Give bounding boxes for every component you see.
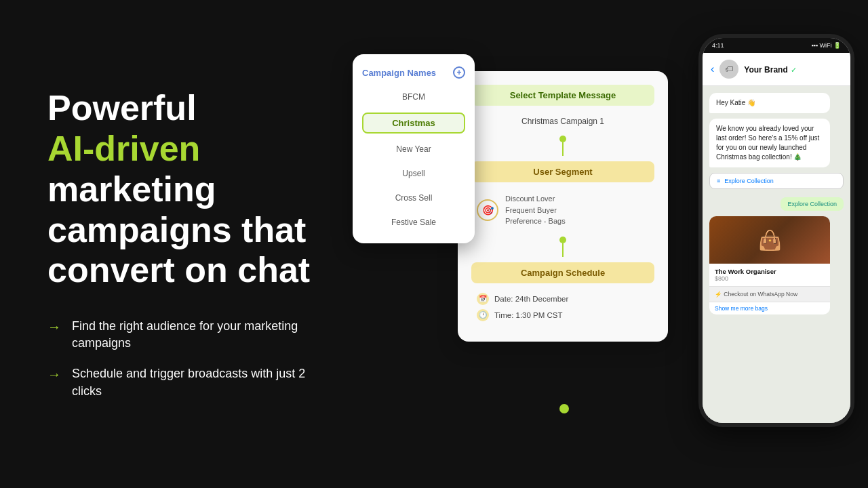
calendar-icon: 📅 <box>477 293 489 305</box>
user-segment-icon: 🎯 <box>477 199 498 221</box>
headline-line5: convert on chat <box>47 250 310 289</box>
headline: Powerful AI-driven marketing campaigns t… <box>47 88 312 291</box>
campaign-item-bfcm[interactable]: BFCM <box>362 88 465 106</box>
bullet-item-2: → Schedule and trigger broadcasts with j… <box>47 365 312 399</box>
campaign-schedule-section: Campaign Schedule 📅 Date: 24th December … <box>471 262 654 328</box>
chat-messages: Hey Katie 👋 We know you already loved yo… <box>703 86 850 423</box>
schedule-date: 📅 Date: 24th December <box>477 293 649 305</box>
product-name: The Work Organiser <box>715 268 825 275</box>
user-segment-content: 🎯 Discount Lover Frequent Buyer Preferen… <box>471 189 654 231</box>
phone-time: 4:11 <box>712 42 724 49</box>
back-icon[interactable]: ‹ <box>711 63 714 75</box>
select-template-value: Christmas Campaign 1 <box>471 113 654 130</box>
user-segment-title: User Segment <box>471 161 654 182</box>
bullet-item-1: → Find the right audience for your marke… <box>47 318 312 352</box>
message-1: Hey Katie 👋 <box>709 93 830 113</box>
phone-screen: 4:11 ▪▪▪ WiFi 🔋 ‹ 🏷 Your Brand ✓ Hey Kat… <box>703 38 850 423</box>
headline-line4: campaigns that <box>47 210 306 249</box>
message-1-text: Hey Katie 👋 <box>716 99 755 106</box>
schedule-items: 📅 Date: 24th December 🕐 Time: 1:30 PM CS… <box>471 290 654 328</box>
bottom-indicator-dot <box>559 404 569 413</box>
chat-header: ‹ 🏷 Your Brand ✓ <box>703 53 850 86</box>
product-card: 👜 The Work Organiser $800 ⚡ Checkout on … <box>709 216 830 314</box>
flow-line-2 <box>562 243 564 257</box>
phone-signal: ▪▪▪ WiFi 🔋 <box>811 42 841 49</box>
campaign-item-festive-sale[interactable]: Festive Sale <box>362 214 465 231</box>
message-2-text: We know you already loved your last orde… <box>716 125 819 161</box>
clock-icon: 🕐 <box>477 309 489 321</box>
left-section: Powerful AI-driven marketing campaigns t… <box>0 47 353 441</box>
headline-line1: Powerful <box>47 88 197 127</box>
user-segment-tags: Discount Lover Frequent Buyer Preference… <box>505 193 566 227</box>
campaign-names-card: Campaign Names + BFCM Christmas New Year… <box>353 54 475 243</box>
connector-2 <box>471 237 654 257</box>
bullet-text-2: Schedule and trigger broadcasts with jus… <box>72 365 312 399</box>
show-more-button[interactable]: Show me more bags <box>709 302 830 314</box>
user-segment-section: User Segment 🎯 Discount Lover Frequent B… <box>471 161 654 231</box>
explore-collection-reply[interactable]: Explore Collection <box>781 197 844 211</box>
campaign-names-title: Campaign Names <box>362 68 436 78</box>
product-image: 👜 <box>709 216 830 264</box>
connector-1 <box>471 136 654 156</box>
campaign-list: BFCM Christmas New Year Upsell Cross Sel… <box>362 88 465 231</box>
campaign-schedule-title: Campaign Schedule <box>471 262 654 283</box>
menu-icon: ≡ <box>717 178 720 184</box>
explore-collection-label: Explore Collection <box>724 178 774 184</box>
arrow-icon-1: → <box>47 319 61 335</box>
headline-line3: marketing <box>47 169 216 209</box>
message-2: We know you already loved your last orde… <box>709 119 830 167</box>
brand-info: Your Brand ✓ <box>744 63 797 75</box>
flow-dot-2 <box>559 237 566 243</box>
explore-collection-reply-text: Explore Collection <box>787 201 837 207</box>
verified-badge: ✓ <box>791 66 797 74</box>
campaign-item-new-year[interactable]: New Year <box>362 140 465 158</box>
show-more-label: Show me more bags <box>715 305 768 312</box>
flow-line-1 <box>562 142 564 156</box>
campaign-item-christmas[interactable]: Christmas <box>362 113 465 134</box>
campaign-add-button[interactable]: + <box>453 66 465 79</box>
phone-status-bar: 4:11 ▪▪▪ WiFi 🔋 <box>703 38 850 53</box>
brand-avatar: 🏷 <box>719 60 738 79</box>
select-template-title: Select Template Message <box>471 85 654 106</box>
product-price: $800 <box>715 275 825 282</box>
checkout-button[interactable]: ⚡ Checkout on WhatsApp Now <box>709 286 830 302</box>
right-section: Campaign Names + BFCM Christmas New Year… <box>353 0 868 488</box>
product-info: The Work Organiser $800 <box>709 264 830 286</box>
campaign-item-cross-sell[interactable]: Cross Sell <box>362 189 465 207</box>
bullet-text-1: Find the right audience for your marketi… <box>72 318 312 352</box>
campaign-names-header: Campaign Names + <box>362 66 465 79</box>
headline-ai-driven: AI-driven <box>47 129 200 168</box>
checkout-label: ⚡ Checkout on WhatsApp Now <box>715 291 797 298</box>
campaign-item-upsell[interactable]: Upsell <box>362 165 465 182</box>
flow-dot-1 <box>559 136 566 142</box>
phone-mockup: 4:11 ▪▪▪ WiFi 🔋 ‹ 🏷 Your Brand ✓ Hey Kat… <box>698 34 854 427</box>
schedule-time: 🕐 Time: 1:30 PM CST <box>477 309 649 321</box>
arrow-icon-2: → <box>47 367 61 382</box>
flow-card: Select Template Message Christmas Campai… <box>458 71 668 342</box>
bullet-points: → Find the right audience for your marke… <box>47 318 312 400</box>
select-template-section: Select Template Message Christmas Campai… <box>471 85 654 130</box>
explore-collection-btn[interactable]: ≡ Explore Collection <box>709 173 844 189</box>
brand-name: Your Brand <box>744 65 787 75</box>
